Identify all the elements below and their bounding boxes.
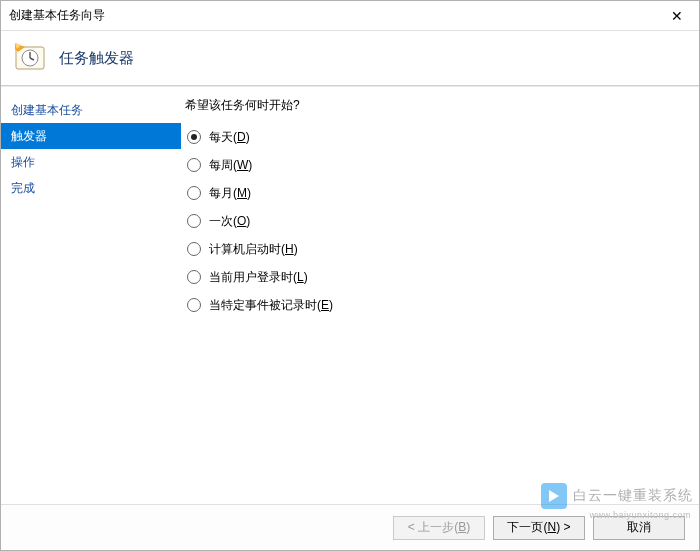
radio-icon (187, 130, 201, 144)
option-daily[interactable]: 每天(D) (187, 128, 683, 146)
cancel-button[interactable]: 取消 (593, 516, 685, 540)
wizard-header: 任务触发器 (1, 31, 699, 85)
sidebar-item-finish[interactable]: 完成 (1, 175, 181, 201)
radio-icon (187, 270, 201, 284)
page-title: 任务触发器 (59, 49, 134, 68)
option-once[interactable]: 一次(O) (187, 212, 683, 230)
trigger-options: 每天(D) 每周(W) 每月(M) (185, 128, 683, 314)
close-icon: ✕ (671, 9, 683, 23)
option-on-logon[interactable]: 当前用户登录时(L) (187, 268, 683, 286)
option-label: 每月(M) (209, 185, 251, 202)
option-on-startup[interactable]: 计算机启动时(H) (187, 240, 683, 258)
option-label: 一次(O) (209, 213, 250, 230)
option-monthly[interactable]: 每月(M) (187, 184, 683, 202)
radio-icon (187, 214, 201, 228)
option-label: 每天(D) (209, 129, 250, 146)
wizard-main: 希望该任务何时开始? 每天(D) 每周(W) (181, 87, 699, 504)
window-title: 创建基本任务向导 (9, 7, 105, 24)
option-label: 计算机启动时(H) (209, 241, 298, 258)
radio-icon (187, 242, 201, 256)
scheduler-icon (15, 43, 45, 73)
radio-icon (187, 158, 201, 172)
close-button[interactable]: ✕ (655, 1, 699, 30)
option-label: 当特定事件被记录时(E) (209, 297, 333, 314)
option-label: 当前用户登录时(L) (209, 269, 308, 286)
sidebar-item-trigger[interactable]: 触发器 (1, 123, 181, 149)
wizard-footer: < 上一步(B) 下一页(N) > 取消 (1, 504, 699, 550)
sidebar-item-create-task[interactable]: 创建基本任务 (1, 97, 181, 123)
trigger-question: 希望该任务何时开始? (185, 97, 683, 114)
back-button[interactable]: < 上一步(B) (393, 516, 485, 540)
radio-icon (187, 186, 201, 200)
wizard-window: 创建基本任务向导 ✕ 任务触发器 创建基本任务 触发器 操作 完成 (0, 0, 700, 551)
wizard-sidebar: 创建基本任务 触发器 操作 完成 (1, 87, 181, 504)
option-label: 每周(W) (209, 157, 252, 174)
radio-icon (187, 298, 201, 312)
wizard-body: 创建基本任务 触发器 操作 完成 希望该任务何时开始? 每天(D) 每周(W) (1, 87, 699, 504)
option-weekly[interactable]: 每周(W) (187, 156, 683, 174)
next-button[interactable]: 下一页(N) > (493, 516, 585, 540)
titlebar: 创建基本任务向导 ✕ (1, 1, 699, 31)
option-on-event[interactable]: 当特定事件被记录时(E) (187, 296, 683, 314)
sidebar-item-action[interactable]: 操作 (1, 149, 181, 175)
